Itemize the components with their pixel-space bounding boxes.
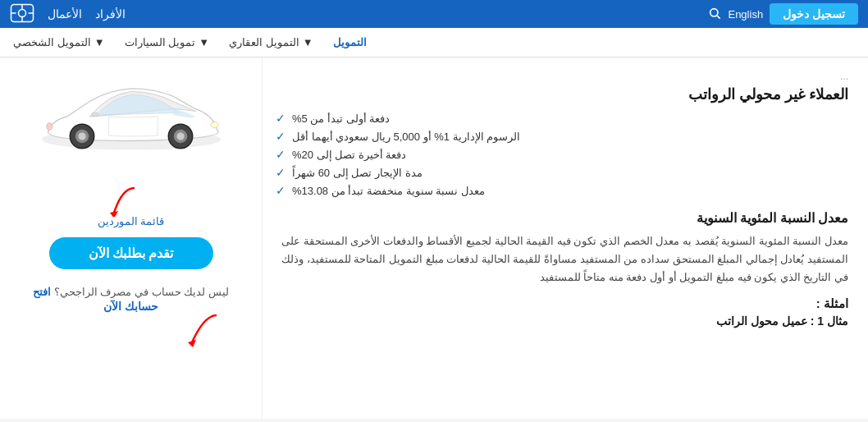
subnav-item-realestate[interactable]: ▼ التمويل العقاري — [229, 36, 313, 48]
check-icon: ✓ — [276, 166, 286, 179]
subnav-active: التمويل — [333, 36, 367, 48]
account-section: ليس لديك حساب في مصرف الراجحي؟ افتح حساب… — [33, 282, 229, 348]
check-icon: ✓ — [276, 112, 286, 125]
check-text: دفعة أخيرة تصل إلى 20% — [292, 149, 406, 161]
check-text: معدل نسبة سنوية منخفضة تبدأ من 13.08% — [292, 185, 485, 197]
svg-point-11 — [78, 132, 85, 140]
section2-body: معدل النسبة المئوية السنوية يُقصد به معد… — [276, 232, 848, 287]
list-item: دفعة أولى تبدأ من 5% ✓ — [276, 112, 848, 125]
svg-rect-17 — [92, 112, 98, 116]
check-text: الرسوم الإدارية 1% أو 5,000 ريال سعودي أ… — [292, 131, 520, 143]
list-item: دفعة أخيرة تصل إلى 20% ✓ — [276, 148, 848, 161]
header: تسجيل دخول English الأفراد الأعمال — [0, 0, 868, 28]
car-image — [33, 67, 230, 174]
list-item: معدل نسبة سنوية منخفضة تبدأ من 13.08% ✓ — [276, 184, 848, 197]
svg-point-3 — [19, 9, 26, 16]
check-list: دفعة أولى تبدأ من 5% ✓ الرسوم الإدارية 1… — [276, 112, 848, 197]
header-right: الأفراد الأعمال — [10, 1, 126, 28]
header-left: تسجيل دخول English — [708, 3, 858, 25]
list-item: مدة الإيجار تصل إلى 60 شهراً ✓ — [276, 166, 848, 179]
check-icon: ✓ — [276, 130, 286, 143]
example1: مثال 1 : عميل محول الراتب — [276, 314, 848, 328]
register-button[interactable]: تسجيل دخول — [770, 3, 858, 25]
check-text: مدة الإيجار تصل إلى 60 شهراً — [292, 167, 423, 179]
check-icon: ✓ — [276, 184, 286, 197]
svg-point-16 — [46, 122, 52, 130]
svg-point-15 — [210, 122, 217, 127]
nav-alamal[interactable]: الأعمال — [48, 7, 82, 21]
subnav-item-personal[interactable]: ▼ التمويل الشخصي — [13, 36, 105, 48]
vendor-list-link[interactable]: قائمة الموردين — [98, 215, 165, 227]
content-area: ... العملاء غير محولي الرواتب دفعة أولى … — [263, 57, 868, 419]
account-now-link[interactable]: حسابك الآن — [103, 300, 158, 313]
chevron-down-icon: ▼ — [303, 36, 313, 48]
open-account-link[interactable]: افتح — [33, 286, 51, 298]
section2-title: معدل النسبة المئوية السنوية — [276, 210, 848, 226]
nav-alafrad[interactable]: الأفراد — [95, 7, 126, 21]
svg-point-14 — [176, 132, 184, 140]
main-layout: ... العملاء غير محولي الرواتب دفعة أولى … — [0, 57, 868, 419]
svg-point-0 — [710, 8, 718, 16]
vendor-section: قائمة الموردين — [98, 184, 165, 227]
section1-title: العملاء غير محولي الرواتب — [276, 85, 848, 103]
examples-label: امثلة : — [276, 296, 848, 311]
account-text: ليس لديك حساب في مصرف الراجحي؟ افتح — [33, 286, 229, 298]
list-item: الرسوم الإدارية 1% أو 5,000 ريال سعودي أ… — [276, 130, 848, 143]
chevron-down-icon: ▼ — [199, 36, 209, 48]
subnav-item-cars[interactable]: ▼ تمويل السيارات — [125, 36, 210, 48]
check-icon: ✓ — [276, 148, 286, 161]
search-icon[interactable] — [708, 7, 721, 22]
sidebar: قائمة الموردين تقدم بطلبك الآن ليس لديك … — [0, 57, 263, 419]
language-button[interactable]: English — [728, 8, 763, 21]
subnav: التمويل ▼ التمويل العقاري ▼ تمويل السيار… — [0, 28, 868, 57]
apply-button[interactable]: تقدم بطلبك الآن — [49, 237, 213, 269]
svg-line-1 — [717, 16, 720, 19]
logo-icon — [10, 1, 34, 28]
chevron-down-icon: ▼ — [94, 36, 105, 48]
truncated-top: ... — [276, 71, 848, 82]
check-text: دفعة أولى تبدأ من 5% — [292, 112, 390, 125]
